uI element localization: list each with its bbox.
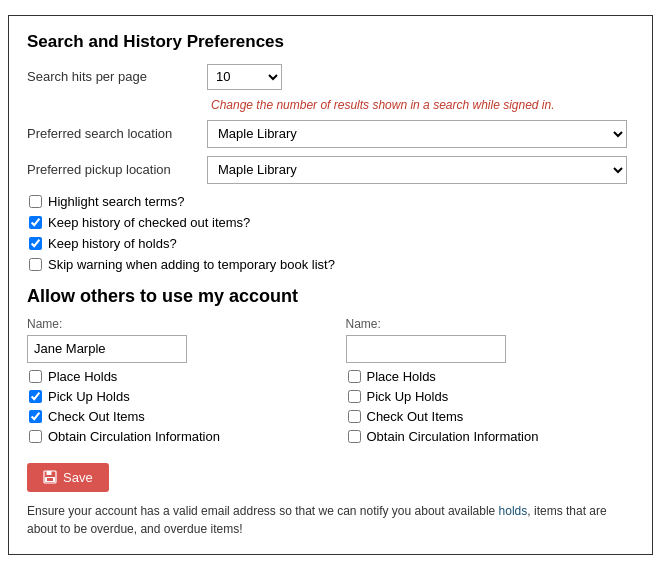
search-location-row: Preferred search location Maple Library …	[27, 120, 634, 148]
pickup-location-label: Preferred pickup location	[27, 162, 207, 177]
hits-label: Search hits per page	[27, 69, 207, 84]
col2-checkout-checkbox[interactable]	[348, 410, 361, 423]
save-icon	[43, 470, 57, 484]
skip-warning-checkbox[interactable]	[29, 258, 42, 271]
col2-checkout: Check Out Items	[348, 409, 635, 424]
save-label: Save	[63, 470, 93, 485]
pickup-location-row: Preferred pickup location Maple Library …	[27, 156, 634, 184]
history-holds-checkbox[interactable]	[29, 237, 42, 250]
col2-name-input[interactable]	[346, 335, 506, 363]
hits-select[interactable]: 10 20 50 100	[207, 64, 282, 90]
history-checked-checkbox[interactable]	[29, 216, 42, 229]
allow-col-1: Name: Place Holds Pick Up Holds Check Ou…	[27, 317, 316, 449]
history-checked-label: Keep history of checked out items?	[48, 215, 250, 230]
pickup-location-select[interactable]: Maple Library Oak Library Pine Library	[207, 156, 627, 184]
col1-circulation: Obtain Circulation Information	[29, 429, 316, 444]
col2-name-label: Name:	[346, 317, 635, 331]
col1-name-label: Name:	[27, 317, 316, 331]
col1-circulation-checkbox[interactable]	[29, 430, 42, 443]
col2-circulation: Obtain Circulation Information	[348, 429, 635, 444]
col1-pickup-holds-checkbox[interactable]	[29, 390, 42, 403]
search-location-select[interactable]: Maple Library Oak Library Pine Library	[207, 120, 627, 148]
svg-rect-3	[47, 478, 53, 481]
col1-name-input[interactable]	[27, 335, 187, 363]
col1-checkout-checkbox[interactable]	[29, 410, 42, 423]
col2-pickup-holds: Pick Up Holds	[348, 389, 635, 404]
svg-rect-1	[47, 471, 52, 475]
col1-place-holds-checkbox[interactable]	[29, 370, 42, 383]
col2-place-holds: Place Holds	[348, 369, 635, 384]
save-button[interactable]: Save	[27, 463, 109, 492]
col2-circulation-label: Obtain Circulation Information	[367, 429, 539, 444]
hits-per-page-row: Search hits per page 10 20 50 100	[27, 64, 634, 90]
skip-warning-label: Skip warning when adding to temporary bo…	[48, 257, 335, 272]
col2-pickup-holds-label: Pick Up Holds	[367, 389, 449, 404]
allow-cols: Name: Place Holds Pick Up Holds Check Ou…	[27, 317, 634, 449]
footer-text-1: Ensure your account has a valid email ad…	[27, 504, 499, 518]
hits-hint: Change the number of results shown in a …	[31, 98, 634, 112]
col2-place-holds-checkbox[interactable]	[348, 370, 361, 383]
col1-checks: Place Holds Pick Up Holds Check Out Item…	[27, 369, 316, 444]
col2-place-holds-label: Place Holds	[367, 369, 436, 384]
allow-section: Allow others to use my account Name: Pla…	[27, 286, 634, 449]
col2-checks: Place Holds Pick Up Holds Check Out Item…	[346, 369, 635, 444]
col1-pickup-holds: Pick Up Holds	[29, 389, 316, 404]
allow-title: Allow others to use my account	[27, 286, 634, 307]
col1-checkout: Check Out Items	[29, 409, 316, 424]
highlight-checkbox[interactable]	[29, 195, 42, 208]
col1-circulation-label: Obtain Circulation Information	[48, 429, 220, 444]
col2-pickup-holds-checkbox[interactable]	[348, 390, 361, 403]
checkbox-history-checked: Keep history of checked out items?	[29, 215, 634, 230]
col1-place-holds: Place Holds	[29, 369, 316, 384]
col1-pickup-holds-label: Pick Up Holds	[48, 389, 130, 404]
preferences-panel: Search and History Preferences Search hi…	[8, 15, 653, 555]
checkbox-skip-warning: Skip warning when adding to temporary bo…	[29, 257, 634, 272]
footer-link-holds: holds	[499, 504, 528, 518]
highlight-label: Highlight search terms?	[48, 194, 185, 209]
col2-checkout-label: Check Out Items	[367, 409, 464, 424]
history-holds-label: Keep history of holds?	[48, 236, 177, 251]
page-title: Search and History Preferences	[27, 32, 634, 52]
allow-col-2: Name: Place Holds Pick Up Holds Check Ou…	[346, 317, 635, 449]
col1-checkout-label: Check Out Items	[48, 409, 145, 424]
footer-text: Ensure your account has a valid email ad…	[27, 502, 634, 538]
search-location-label: Preferred search location	[27, 126, 207, 141]
checkbox-history-holds: Keep history of holds?	[29, 236, 634, 251]
checkbox-highlight: Highlight search terms?	[29, 194, 634, 209]
col2-circulation-checkbox[interactable]	[348, 430, 361, 443]
col1-place-holds-label: Place Holds	[48, 369, 117, 384]
